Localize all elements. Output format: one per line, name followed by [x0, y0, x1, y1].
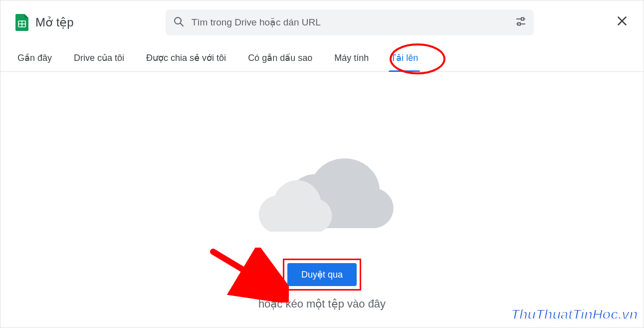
- svg-line-4: [180, 23, 183, 26]
- upload-pane: Duyệt qua hoặc kéo một tệp vào đây: [0, 72, 644, 322]
- dialog-title: Mở tệp: [35, 15, 74, 29]
- tab-my-drive[interactable]: Drive của tôi: [72, 44, 126, 71]
- tab-shared-with-me[interactable]: Được chia sẻ với tôi: [144, 44, 228, 71]
- tab-computer[interactable]: Máy tính: [332, 45, 371, 71]
- svg-rect-8: [518, 23, 520, 25]
- filter-icon[interactable]: [515, 15, 527, 29]
- tab-bar: Gần đây Drive của tôi Được chia sẻ với t…: [0, 44, 644, 72]
- search-icon: [173, 15, 185, 29]
- tab-recent[interactable]: Gần đây: [15, 44, 54, 71]
- drag-hint-text: hoặc kéo một tệp vào đây: [258, 298, 386, 311]
- annotation-highlight-box: Duyệt qua: [283, 259, 361, 291]
- search-bar[interactable]: [166, 9, 534, 35]
- svg-rect-7: [521, 18, 524, 20]
- dialog-header: Mở tệp: [0, 0, 644, 44]
- browse-button[interactable]: Duyệt qua: [287, 263, 357, 286]
- cloud-illustration-icon: [242, 147, 402, 237]
- sheets-icon: [15, 14, 28, 31]
- tab-starred[interactable]: Có gắn dấu sao: [246, 44, 314, 71]
- close-icon[interactable]: [616, 14, 629, 29]
- tab-upload[interactable]: Tải lên: [389, 44, 420, 71]
- search-input[interactable]: [192, 17, 508, 28]
